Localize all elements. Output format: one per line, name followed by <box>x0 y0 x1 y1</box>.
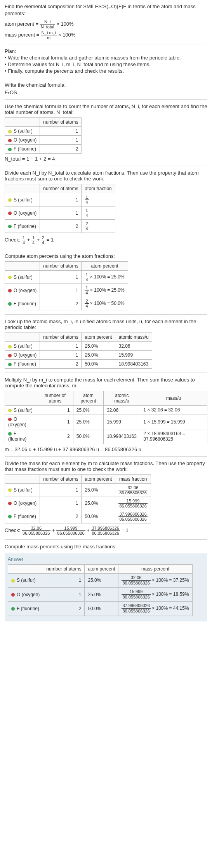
step-title: Write the chemical formula: <box>5 82 207 88</box>
mass-fraction-table: number of atomsatom percentmass fraction… <box>5 474 151 523</box>
sulfur-dot-icon <box>8 345 12 348</box>
atom-percent-formula: atom percent = N_iN_total × 100% <box>5 19 207 29</box>
sulfur-dot-icon <box>8 488 12 492</box>
oxygen-dot-icon <box>8 289 12 292</box>
fluorine-dot-icon <box>8 225 12 228</box>
check-line: Check: 32.0686.055806326 + 15.99986.0558… <box>5 526 207 536</box>
check-line: Check: 14 + 14 + 24 = 1 <box>5 235 207 245</box>
table-row: O (oxygen)125.0%15.999 <box>5 351 152 360</box>
sulfur-dot-icon <box>11 579 15 583</box>
n-total: N_total = 1 + 1 + 2 = 4 <box>5 156 207 162</box>
step-title: Use the chemical formula to count the nu… <box>5 103 207 115</box>
oxygen-dot-icon <box>8 502 12 505</box>
atom-fraction-table: number of atomsatom fraction S (sulfur)1… <box>5 184 115 233</box>
step-title: Look up the atomic mass, m_i, in unified… <box>5 318 207 330</box>
table-row: O (oxygen)125.0%15.99986.055806326 × 100… <box>8 587 193 601</box>
oxygen-dot-icon <box>8 212 12 215</box>
sulfur-dot-icon <box>8 198 12 202</box>
atom-percent-table: number of atomsatom percent S (sulfur)11… <box>5 261 128 310</box>
table-row: S (sulfur)125.0%32.061 × 32.06 = 32.06 <box>5 406 207 415</box>
answer-table: number of atomsatom percentmass percent … <box>8 564 193 616</box>
chemical-formula: F₂OS <box>5 89 207 95</box>
step-title: Compute atom percents using the atom fra… <box>5 253 207 259</box>
table-row: S (sulfur)125.0%32.0686.055806326 <box>5 483 151 497</box>
table-row: S (sulfur)1 <box>5 127 82 136</box>
table-row: S (sulfur)114 <box>5 193 115 206</box>
mass-percent-formula: mass percent = N_i m_im × 100% <box>5 30 207 40</box>
atomic-mass-table: number of atomsatom percentatomic mass/u… <box>5 332 152 369</box>
step-title: Divide the mass for each element by m to… <box>5 460 207 472</box>
fluorine-dot-icon <box>8 148 12 151</box>
table-row: O (oxygen)125.0%15.9991 × 15.999 = 15.99… <box>5 415 207 429</box>
table-row: F (fluorine)2 <box>5 145 82 154</box>
oxygen-dot-icon <box>8 418 12 421</box>
fluorine-dot-icon <box>8 515 12 518</box>
table-row: O (oxygen)1 <box>5 136 82 145</box>
plan-item: • Determine values for N_i, m_i, N_total… <box>5 61 207 67</box>
table-row: F (fluorine)250.0%37.99680632686.0558063… <box>5 510 151 523</box>
sulfur-dot-icon <box>8 409 12 412</box>
table-row: F (fluorine)224 <box>5 220 115 233</box>
answer-label: Answer: <box>8 556 204 562</box>
fluorine-dot-icon <box>8 363 12 366</box>
table-row: S (sulfur)114 × 100% = 25.0% <box>5 271 128 284</box>
mass-table: number of atomsatom percentatomic mass/u… <box>5 391 207 444</box>
molecular-mass: m = 32.06 u + 15.999 u + 37.996806326 u … <box>5 446 207 452</box>
lhs: mass percent = <box>5 32 41 38</box>
plan-item: • Finally, compute the percents and chec… <box>5 68 207 74</box>
table-row: O (oxygen)114 × 100% = 25.0% <box>5 284 128 297</box>
problem-prompt: Find the elemental composition for SMILE… <box>5 3 207 17</box>
table-row: O (oxygen)125.0%15.99986.055806326 <box>5 497 151 510</box>
lhs: atom percent = <box>5 21 40 27</box>
table-row: F (fluorine)224 × 100% = 50.0% <box>5 297 128 310</box>
table-row: S (sulfur)125.0%32.06 <box>5 342 152 351</box>
table-row: O (oxygen)114 <box>5 206 115 220</box>
step-title: Multiply N_i by m_i to compute the mass … <box>5 377 207 388</box>
plan-title: Plan: <box>5 48 207 54</box>
oxygen-dot-icon <box>8 354 12 357</box>
table-row: F (fluorine)250.0%18.998403163 <box>5 360 152 369</box>
atoms-count-table: number of atoms S (sulfur)1 O (oxygen)1 … <box>5 117 82 154</box>
rhs: × 100% <box>56 21 73 27</box>
oxygen-dot-icon <box>8 139 12 142</box>
sulfur-dot-icon <box>8 276 12 279</box>
step-title: Divide each N_i by N_total to calculate … <box>5 170 207 182</box>
step-title: Compute mass percents using the mass fra… <box>5 544 207 550</box>
rhs: × 100% <box>58 32 75 38</box>
sulfur-dot-icon <box>8 130 12 133</box>
table-row: F (fluorine)250.0%37.99680632686.0558063… <box>8 602 193 616</box>
answer-box: Answer: number of atomsatom percentmass … <box>5 553 207 621</box>
table-row: F (fluorine)250.0%18.9984031632 × 18.998… <box>5 429 207 444</box>
oxygen-dot-icon <box>11 593 15 597</box>
fluorine-dot-icon <box>8 302 12 306</box>
table-row: S (sulfur)125.0%32.0686.055806326 × 100%… <box>8 573 193 587</box>
fluorine-dot-icon <box>8 432 12 436</box>
fluorine-dot-icon <box>11 607 15 611</box>
plan-item: • Write the chemical formula and gather … <box>5 55 207 61</box>
